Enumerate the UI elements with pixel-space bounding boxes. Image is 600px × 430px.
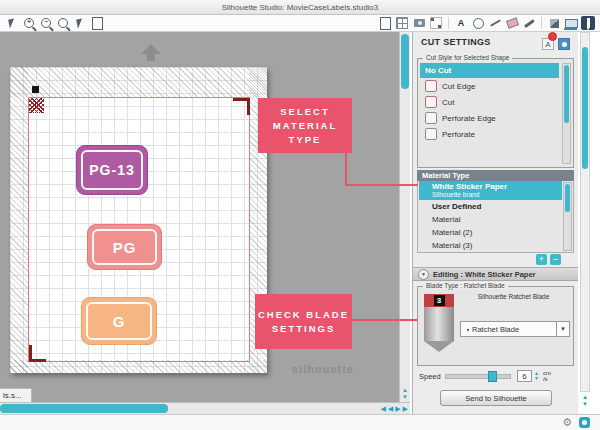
design-canvas[interactable]: PG-13 PG G silhouette ▲▼ ls.s... ◀◀ ▶▶ (0, 32, 410, 414)
panel-title: CUT SETTINGS (421, 37, 491, 47)
callout-connector (345, 152, 347, 186)
status-bar: ⚙ (0, 414, 600, 430)
panel-scrollbar-arrows[interactable]: ▲▼ (580, 394, 590, 408)
label-shape-pg13[interactable]: PG-13 (76, 145, 148, 195)
open-page-icon[interactable] (378, 16, 392, 30)
callout-connector (345, 184, 418, 186)
cut-style-option-perforate-edge[interactable]: Perforate Edge (420, 110, 559, 126)
send-to-silhouette-button[interactable]: Send to Silhouette (440, 390, 552, 406)
select-tool-icon[interactable] (73, 16, 87, 30)
cut-settings-panel: CUT SETTINGS A Cut Style for Selected Sh… (412, 32, 578, 414)
cut-style-list: No Cut Cut Edge Cut Perforate Edge Perfo… (420, 63, 559, 165)
panel-vertical-scrollbar[interactable] (580, 32, 590, 392)
preferences-gear-icon[interactable]: ⚙ (562, 417, 572, 428)
cut-style-legend: Cut Style for Selected Shape (423, 54, 512, 61)
material-list-scrollbar[interactable] (563, 182, 572, 251)
blade-dropdown-value: Ratchet Blade (472, 325, 556, 334)
scrollbar-thumb[interactable] (401, 34, 409, 89)
panel-menu-icon[interactable] (558, 38, 570, 50)
document-tab[interactable]: ls.s... (0, 388, 32, 402)
blade-type-dropdown[interactable]: Ratchet Blade ▼ (460, 321, 570, 337)
blade-depth-number: 3 (434, 295, 445, 306)
send-to-silhouette-icon[interactable] (564, 16, 578, 30)
grid-options-icon[interactable] (395, 16, 409, 30)
silhouette-watermark: silhouette (292, 363, 354, 375)
registration-mark-topright (233, 98, 250, 115)
cut-style-option-cut-edge[interactable]: Cut Edge (420, 78, 559, 94)
material-type-header: Material Type (417, 170, 574, 181)
material-option-material-3[interactable]: Material (3) (419, 239, 562, 252)
material-option-user-defined[interactable]: User Defined (419, 200, 562, 213)
cut-settings-icon[interactable] (581, 16, 595, 30)
scrollbar-thumb[interactable] (582, 47, 588, 169)
pixscan-icon[interactable] (412, 16, 426, 30)
dropdown-arrow-icon[interactable]: ▼ (556, 322, 569, 336)
panel-scroll-gutter: ▲▼ (578, 32, 600, 414)
label-text: PG-13 (89, 162, 134, 178)
cut-edge-icon (425, 80, 437, 92)
registration-mark-square (32, 86, 39, 93)
registration-mark-bottomleft (29, 345, 46, 362)
window-title: Silhouette Studio: MovieCaseLabels.studi… (222, 3, 379, 12)
blade-cap: 3 (424, 294, 454, 307)
scrollbar-thumb[interactable] (0, 404, 168, 413)
editing-material-bar[interactable]: ▼ Editing : White Sticker Paper (413, 267, 579, 281)
label-shape-pg[interactable]: PG (87, 224, 162, 270)
label-text: PG (113, 239, 137, 256)
label-text: G (113, 313, 126, 330)
fill-color-icon[interactable] (547, 16, 561, 30)
zoom-in-icon[interactable]: + (22, 16, 36, 30)
scrollbar-arrows[interactable]: ◀◀ ▶▶ (380, 403, 408, 414)
material-option-material-2[interactable]: Material (2) (419, 226, 562, 239)
color-theme-icon[interactable] (579, 417, 590, 428)
design-page[interactable]: PG-13 PG G (10, 67, 267, 373)
zoom-cursor-icon[interactable] (5, 16, 19, 30)
drag-zoom-icon[interactable] (56, 16, 70, 30)
material-list-controls: + − (417, 253, 574, 265)
toolbar-divider (448, 17, 449, 29)
canvas-vertical-scrollbar[interactable]: ▲▼ (399, 32, 410, 402)
text-tool-icon[interactable]: A (454, 16, 468, 30)
callout-connector (352, 319, 418, 321)
margin-hatch-left (10, 67, 28, 373)
scrollbar-thumb[interactable] (565, 184, 570, 212)
cut-style-group: Cut Style for Selected Shape No Cut Cut … (417, 58, 574, 168)
blade-product-name: Silhouette Ratchet Blade (458, 293, 569, 300)
app-window: Silhouette Studio: MovieCaseLabels.studi… (0, 0, 600, 430)
document-tab-label: ls.s... (3, 391, 22, 400)
material-option-material[interactable]: Material (419, 213, 562, 226)
cut-style-option-no-cut[interactable]: No Cut (420, 63, 559, 78)
speed-setting-row: Speed 6 ▲▼ cm/s (419, 368, 575, 384)
speed-value-field[interactable]: 6 (517, 370, 532, 382)
scrollbar-thumb[interactable] (564, 65, 569, 123)
scrollbar-arrows[interactable]: ▲▼ (400, 387, 410, 401)
speed-slider[interactable] (445, 374, 511, 379)
material-type-list: White Sticker Paper Silhouette brand Use… (417, 181, 574, 253)
draw-ellipse-icon[interactable] (471, 16, 485, 30)
margin-hatch-top (10, 67, 267, 97)
speed-slider-handle[interactable] (488, 371, 497, 382)
notification-dot (548, 32, 557, 41)
cut-style-option-cut[interactable]: Cut (420, 94, 559, 110)
callout-check-blade-settings: CHECK BLADE SETTINGS (255, 294, 352, 349)
material-option-white-sticker-paper[interactable]: White Sticker Paper Silhouette brand (419, 181, 562, 200)
registration-marks-icon[interactable] (429, 16, 443, 30)
label-shape-g[interactable]: G (81, 297, 157, 345)
speed-stepper[interactable]: ▲▼ (534, 371, 539, 381)
ratchet-blade-image: 3 (424, 294, 454, 352)
cut-style-option-perforate[interactable]: Perforate (420, 126, 559, 142)
add-material-button[interactable]: + (536, 254, 547, 265)
fit-to-page-icon[interactable] (90, 16, 104, 30)
speed-label: Speed (419, 372, 445, 381)
zoom-out-icon[interactable]: − (39, 16, 53, 30)
titlebar: Silhouette Studio: MovieCaseLabels.studi… (0, 0, 600, 15)
remove-material-button[interactable]: − (550, 254, 561, 265)
eraser-tool-icon[interactable] (505, 16, 519, 30)
knife-tool-icon[interactable] (522, 16, 536, 30)
callout-select-material-type: SELECT MATERIAL TYPE (258, 98, 352, 153)
cut-style-scrollbar[interactable] (562, 63, 571, 164)
draw-line-icon[interactable] (488, 16, 502, 30)
perforate-icon (425, 128, 437, 140)
blade-tip (424, 341, 454, 352)
canvas-horizontal-scrollbar[interactable]: ◀◀ ▶▶ (0, 402, 410, 414)
